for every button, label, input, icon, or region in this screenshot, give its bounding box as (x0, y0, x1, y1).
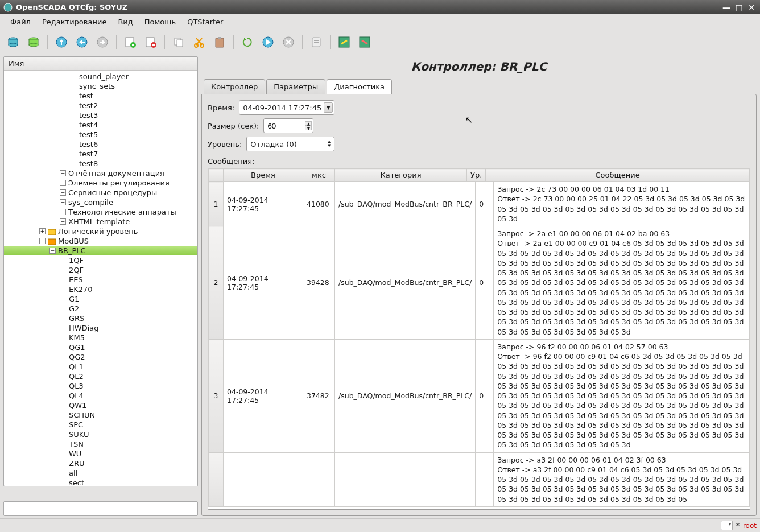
spin-up-icon[interactable]: ▲ (305, 121, 312, 126)
db-save-icon[interactable] (24, 32, 43, 52)
tree-expander-icon[interactable]: + (60, 209, 66, 215)
tab-контроллер[interactable]: Контроллер (204, 79, 265, 94)
tree-item[interactable]: SCHUN (4, 410, 197, 420)
size-input[interactable] (267, 122, 304, 130)
menu-qtstarter[interactable]: QTStarter (181, 15, 229, 28)
status-combo[interactable] (721, 521, 733, 530)
tree-item[interactable]: test8 (4, 159, 197, 168)
tree-item[interactable]: KM5 (4, 333, 197, 343)
tree-item[interactable]: +Логический уровень (4, 226, 197, 236)
size-spin[interactable]: ▲ ▼ (263, 118, 313, 133)
tree-item[interactable]: EES (4, 275, 197, 284)
tab-диагностика[interactable]: Диагностика (327, 79, 392, 94)
nav-forward-icon[interactable] (93, 32, 112, 52)
time-combo[interactable]: 04-09-2014 17:27:45 ▼ (239, 100, 334, 115)
tree-item[interactable]: +Технологические аппараты (4, 207, 197, 217)
tree-item[interactable]: sound_player (4, 72, 197, 81)
tree-item[interactable]: test4 (4, 120, 197, 130)
tree-item[interactable]: 2QF (4, 265, 197, 275)
nav-back-icon[interactable] (72, 32, 92, 52)
tree-item[interactable]: QL2 (4, 372, 197, 381)
tree-item[interactable]: test (4, 91, 197, 101)
table-row[interactable]: Запрос -> a3 2f 00 00 00 06 01 04 02 3f … (209, 452, 750, 506)
tree-item[interactable]: test2 (4, 101, 197, 110)
table-header[interactable]: Ур. (467, 169, 486, 182)
tree-expander-icon[interactable]: + (60, 199, 66, 205)
tree-item[interactable]: SUKU (4, 430, 197, 439)
tree-item[interactable]: QL1 (4, 362, 197, 372)
table-header[interactable] (209, 169, 224, 182)
tree-item[interactable]: all (4, 468, 197, 478)
table-header[interactable]: Время (224, 169, 303, 182)
tree-item[interactable]: QL3 (4, 381, 197, 391)
tree-item[interactable]: −BR_PLC (4, 246, 197, 255)
tree-item[interactable]: −ModBUS (4, 236, 197, 246)
tree-item[interactable]: sync_sets (4, 81, 197, 91)
manual-icon[interactable] (307, 32, 326, 52)
spin-down-icon[interactable]: ▼ (305, 126, 312, 130)
tree-item[interactable]: 1QF (4, 255, 197, 265)
table-header[interactable]: Категория (335, 169, 467, 182)
tree-expander-icon[interactable]: + (60, 170, 66, 176)
window-maximize-icon[interactable]: □ (734, 3, 744, 12)
chevron-down-icon[interactable]: ▼ (324, 102, 333, 113)
tree-item[interactable]: QG2 (4, 352, 197, 362)
table-row[interactable]: 304-09-2014 17:27:4537482/sub_DAQ/mod_Mo… (209, 339, 750, 452)
tree-item[interactable]: sect (4, 478, 197, 486)
tree-item[interactable]: test5 (4, 130, 197, 139)
tree-expander-icon[interactable]: + (39, 228, 46, 234)
level-select[interactable]: Отладка (0) ▲▼ (246, 137, 334, 151)
tree-item[interactable]: +Сервисные процедуры (4, 188, 197, 197)
tree-item[interactable]: QL4 (4, 391, 197, 401)
tree-item[interactable]: EK270 (4, 284, 197, 294)
db-load-icon[interactable] (3, 32, 23, 52)
menu-файл[interactable]: Файл (5, 15, 36, 28)
tree-item[interactable]: ZRU (4, 459, 197, 468)
link1-icon[interactable] (334, 32, 354, 52)
tree-item[interactable]: test6 (4, 139, 197, 149)
tree-expander-icon[interactable]: + (60, 180, 66, 186)
table-row[interactable]: 204-09-2014 17:27:4539428/sub_DAQ/mod_Mo… (209, 226, 750, 340)
table-header[interactable]: мкс (303, 169, 335, 182)
tree-item[interactable]: G1 (4, 294, 197, 304)
nav-up-icon[interactable] (52, 32, 71, 52)
tree-expander-icon[interactable]: + (60, 218, 66, 225)
tree-expander-icon[interactable]: + (60, 189, 66, 196)
link2-icon[interactable] (355, 32, 374, 52)
tree-item[interactable]: HWDiag (4, 323, 197, 333)
tree-item[interactable]: +XHTML-template (4, 217, 197, 226)
tree-item[interactable]: +Отчётная документация (4, 168, 197, 178)
tree-item[interactable]: WU (4, 449, 197, 459)
tree-item[interactable]: test7 (4, 149, 197, 159)
table-header[interactable]: Сообщение (486, 169, 750, 182)
tree-item[interactable]: GRS (4, 314, 197, 323)
refresh-icon[interactable] (238, 32, 257, 52)
nav-tree-body[interactable]: sound_playersync_setstesttest2test3test4… (4, 71, 197, 486)
start-icon[interactable] (258, 32, 278, 52)
tree-item[interactable]: SPC (4, 420, 197, 430)
copy-icon[interactable] (169, 32, 188, 52)
tab-параметры[interactable]: Параметры (266, 79, 325, 94)
tree-item[interactable]: +sys_compile (4, 197, 197, 207)
tree-item[interactable]: test3 (4, 110, 197, 120)
menu-вид[interactable]: Вид (112, 15, 138, 28)
tree-expander-icon[interactable]: − (49, 248, 56, 254)
window-minimize-icon[interactable]: — (721, 3, 732, 12)
item-del-icon[interactable] (141, 32, 160, 52)
tree-expander-icon[interactable]: − (39, 238, 46, 244)
table-row[interactable]: 104-09-2014 17:27:4541080/sub_DAQ/mod_Mo… (209, 182, 750, 226)
stop-icon[interactable] (279, 32, 298, 52)
menu-помощь[interactable]: Помощь (139, 15, 181, 28)
cut-icon[interactable] (189, 32, 209, 52)
tree-item[interactable]: TSN (4, 439, 197, 449)
paste-icon[interactable] (210, 32, 229, 52)
tree-item[interactable]: G2 (4, 304, 197, 314)
tree-item[interactable]: QW1 (4, 401, 197, 410)
menu-редактирование[interactable]: Редактирование (36, 15, 112, 28)
nav-filter-input[interactable] (3, 501, 198, 516)
tree-item[interactable]: +Элементы регулирования (4, 178, 197, 188)
item-add-icon[interactable] (121, 32, 140, 52)
status-user[interactable]: root (743, 522, 757, 530)
tree-item[interactable]: QG1 (4, 343, 197, 352)
window-close-icon[interactable]: ✕ (746, 3, 757, 12)
